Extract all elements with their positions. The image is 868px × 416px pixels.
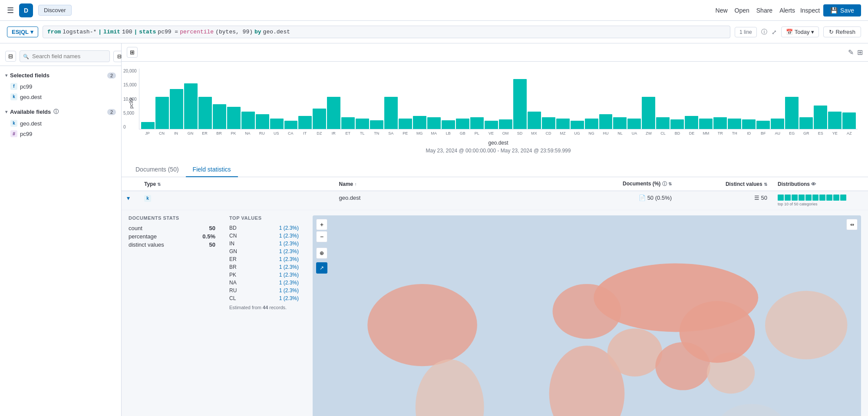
map-expand-icon[interactable]: ⇔ <box>846 219 858 230</box>
x-axis-label: AZ <box>842 131 856 135</box>
selected-field-geodest[interactable]: k geo.dest <box>0 92 121 102</box>
chart-bar[interactable] <box>384 97 398 129</box>
sort-icon: ↑ <box>355 182 357 187</box>
row-type-cell: k <box>139 191 334 210</box>
new-link[interactable]: New <box>714 7 729 14</box>
hamburger-icon[interactable]: ☰ <box>7 6 14 15</box>
field-detail-content: DOCUMENTS STATS count 50 percentage 0.5% <box>122 210 868 416</box>
share-link[interactable]: Share <box>755 7 774 14</box>
chart-bar[interactable] <box>785 97 799 129</box>
chart-bar[interactable] <box>556 119 570 129</box>
save-button[interactable]: 💾 Save <box>823 4 861 17</box>
chart-bar[interactable] <box>728 119 741 129</box>
chart-bar[interactable] <box>571 121 584 129</box>
row-expand-cell[interactable]: ▾ <box>122 191 139 210</box>
available-field-pc99[interactable]: # pc99 <box>0 129 121 139</box>
tab-documents[interactable]: Documents (50) <box>129 162 186 177</box>
chart-bar[interactable] <box>542 117 555 129</box>
chart-bar[interactable] <box>585 119 598 129</box>
chart-bar[interactable] <box>656 117 670 129</box>
chart-bar[interactable] <box>399 119 412 129</box>
chart-bar[interactable] <box>513 79 527 129</box>
col-type[interactable]: Type ⇅ <box>139 177 334 191</box>
chart-bar[interactable] <box>184 83 198 129</box>
chart-bar[interactable] <box>814 106 827 129</box>
chart-bar[interactable] <box>170 89 183 129</box>
chart-grid-button[interactable]: ⊞ <box>127 47 138 58</box>
selected-field-pc99[interactable]: f pc99 <box>0 81 121 92</box>
chart-bar[interactable] <box>456 119 469 129</box>
selected-fields-header[interactable]: ▾ Selected fields 2 <box>0 69 121 81</box>
available-fields-header[interactable]: ▾ Available fields ⓘ 2 <box>0 106 121 118</box>
query-input-display[interactable]: from logstash-* | limit 100 | stats pc99… <box>43 26 730 38</box>
chart-bar[interactable] <box>528 112 541 129</box>
info-icon[interactable]: ⓘ <box>761 28 767 36</box>
chart-bar[interactable] <box>442 120 455 129</box>
col-docs[interactable]: Documents (%) ⓘ ⇅ <box>564 177 677 191</box>
expand-icon[interactable]: ⤢ <box>772 29 777 36</box>
chart-bar[interactable] <box>599 114 613 129</box>
chart-bar[interactable] <box>485 121 498 129</box>
search-field-input[interactable] <box>20 50 110 62</box>
tab-field-statistics[interactable]: Field statistics <box>186 162 238 177</box>
alerts-link[interactable]: Alerts <box>778 7 797 14</box>
discover-button[interactable]: Discover <box>38 5 72 16</box>
chart-bar[interactable] <box>713 117 727 129</box>
x-axis-label: SA <box>384 131 398 135</box>
zoom-in-button[interactable]: + <box>316 219 327 230</box>
chart-bar[interactable] <box>356 119 369 129</box>
chart-bar[interactable] <box>771 119 784 129</box>
chart-bar[interactable] <box>241 112 255 129</box>
chart-bar[interactable] <box>699 119 713 129</box>
chart-bar[interactable] <box>284 121 298 129</box>
inspect-link[interactable]: Inspect <box>800 7 820 14</box>
chart-bar[interactable] <box>642 97 655 129</box>
esql-badge[interactable]: ES|QL ▾ <box>7 26 38 37</box>
refresh-button[interactable]: ↻ Refresh <box>823 26 861 37</box>
chart-bar[interactable] <box>828 112 842 129</box>
compass-button[interactable]: ⊕ <box>316 248 327 259</box>
chart-bar[interactable] <box>213 104 226 129</box>
chart-bar[interactable] <box>842 112 856 129</box>
chart-bar[interactable] <box>742 119 756 129</box>
chart-bar[interactable] <box>270 119 284 129</box>
col-name[interactable]: Name ↑ <box>334 177 564 191</box>
calendar-button[interactable]: 📅 Today ▾ <box>781 26 819 37</box>
chart-bar[interactable] <box>413 116 426 129</box>
collapse-row-button[interactable]: ▾ <box>127 195 130 201</box>
chart-bar[interactable] <box>370 120 383 129</box>
chart-bar[interactable] <box>198 97 212 129</box>
map-expand-button[interactable]: ⇔ <box>846 219 858 230</box>
chart-bar[interactable] <box>341 117 355 129</box>
top-val-name: NA <box>229 280 237 286</box>
available-field-geodest[interactable]: k geo.dest <box>0 118 121 129</box>
map-link-button[interactable]: ↗ <box>316 262 327 274</box>
field-type-icon: # <box>10 130 17 137</box>
col-distributions[interactable]: Distributions 👁 <box>772 177 868 191</box>
chart-bar[interactable] <box>427 117 441 129</box>
chart-bar[interactable] <box>327 97 340 129</box>
chart-bar[interactable] <box>256 114 269 129</box>
chart-bar[interactable] <box>613 117 627 129</box>
open-link[interactable]: Open <box>733 7 751 14</box>
chart-bar[interactable] <box>155 97 169 129</box>
edit-icon[interactable]: ✎ <box>848 48 854 56</box>
chart-bar[interactable] <box>298 116 312 129</box>
filter-button[interactable]: ⊟ 0 <box>113 51 122 62</box>
chart-bar[interactable] <box>685 116 698 129</box>
chart-bar[interactable] <box>756 121 770 129</box>
field-type-icon: f <box>10 83 17 90</box>
chart-bar[interactable] <box>313 109 326 129</box>
chart-bar[interactable] <box>799 117 813 129</box>
toggle-sidebar-button[interactable]: ⊟ <box>5 51 16 62</box>
table-icon[interactable]: ⊞ <box>857 48 863 56</box>
chart-bar[interactable] <box>499 119 512 129</box>
chart-bar[interactable] <box>670 119 684 129</box>
top-val-count: 1 (2.3%) <box>279 295 299 301</box>
col-distinct[interactable]: Distinct values ⇅ <box>677 177 772 191</box>
chart-bar[interactable] <box>141 122 155 129</box>
zoom-out-button[interactable]: − <box>316 231 327 242</box>
chart-bar[interactable] <box>470 117 484 129</box>
chart-bar[interactable] <box>627 119 641 129</box>
chart-bar[interactable] <box>227 107 241 129</box>
